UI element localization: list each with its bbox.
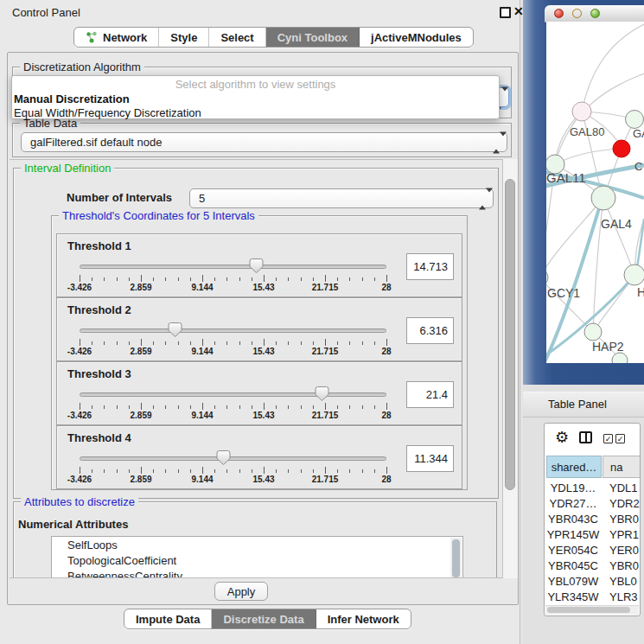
slider-track[interactable]	[80, 328, 386, 333]
dropdown-option[interactable]: Manual Discretization	[12, 92, 499, 106]
attributes-scrollbar[interactable]	[450, 538, 462, 578]
scrollbar-thumb[interactable]	[547, 607, 630, 613]
tab[interactable]: Impute Data	[124, 609, 212, 628]
settings-scrollbar[interactable]	[502, 159, 518, 578]
tab-label: Style	[170, 31, 197, 44]
node-label: GCY1	[547, 286, 580, 300]
node-h[interactable]	[624, 265, 644, 285]
num-intervals-value: 5	[199, 192, 205, 205]
apply-button[interactable]: Apply	[214, 582, 268, 601]
node-gal4[interactable]	[591, 186, 615, 210]
cell-name: YPR1	[602, 528, 640, 541]
threshold-value-field[interactable]: 11.344	[406, 445, 454, 472]
threshold-slider[interactable]	[80, 385, 386, 404]
tab[interactable]: Select	[209, 28, 265, 47]
table-row[interactable]: YBL079W YBL0	[545, 573, 640, 589]
table-row[interactable]: YBR045C YBR0	[545, 558, 640, 573]
node-red[interactable]	[613, 140, 630, 157]
table-data-select[interactable]: galFiltered.sif default node	[21, 132, 507, 152]
numerical-attributes-list[interactable]: SelfLoopsTopologicalCoefficientBetweenne…	[51, 536, 463, 578]
slider-ticks	[80, 467, 386, 475]
float-window-icon[interactable]	[500, 7, 511, 18]
threshold-panel: Threshold 1 -3.4262.8599.14415.4321.7152…	[56, 233, 462, 297]
tab-label: jActiveMNodules	[371, 31, 462, 44]
slider-track[interactable]	[80, 265, 386, 269]
columns-icon[interactable]	[579, 431, 592, 443]
threshold-value-field[interactable]: 6.316	[406, 317, 454, 344]
node-pink[interactable]	[572, 102, 591, 121]
attribute-item[interactable]: TopologicalCoefficient	[52, 552, 462, 568]
threshold-slider[interactable]	[80, 321, 386, 340]
gear-icon[interactable]: ⚙	[555, 428, 569, 447]
slider-thumb-icon[interactable]	[216, 450, 231, 466]
tab[interactable]: Infer Network	[316, 609, 411, 628]
node-label: GAL4	[601, 217, 632, 231]
num-intervals-select[interactable]: 5	[189, 188, 494, 208]
scale-label: 9.144	[191, 475, 213, 484]
dropdown-placeholder: Select algorithm to view settings	[12, 76, 499, 92]
node-green-top[interactable]	[626, 111, 644, 129]
scrollbar-thumb[interactable]	[452, 539, 460, 577]
threshold-label: Threshold 3	[67, 367, 131, 380]
attribute-item[interactable]: BetweennessCentrality	[52, 568, 462, 578]
table-row[interactable]: YDL19… YDL1	[545, 481, 640, 496]
table-row[interactable]: YPR145W YPR1	[545, 527, 640, 543]
dropdown-option[interactable]: Equal Width/Frequency Discretization	[12, 106, 499, 120]
table-row[interactable]: YER054C YER0	[545, 543, 640, 558]
threshold-slider[interactable]	[80, 449, 386, 468]
slider-thumb-icon[interactable]	[315, 386, 329, 402]
network-edge[interactable]	[582, 24, 644, 112]
cell-shared-name: YDR27…	[545, 497, 602, 510]
node-bottom[interactable]	[612, 353, 628, 363]
column-header[interactable]: na	[603, 456, 641, 478]
scrollbar-thumb[interactable]	[505, 179, 515, 490]
network-canvas[interactable]: GAL80GACGAL11GAL4GCY1HHAP2	[546, 22, 644, 363]
threshold-panel: Threshold 2 -3.4262.8599.14415.4321.7152…	[56, 297, 462, 361]
network-edge[interactable]	[555, 149, 622, 164]
tab-label: Network	[103, 31, 147, 44]
slider-thumb-icon[interactable]	[249, 258, 264, 274]
threshold-panel: Threshold 4 -3.4262.8599.14415.4321.7152…	[56, 425, 462, 489]
node-gcy1[interactable]	[546, 269, 548, 286]
network-window-titlebar[interactable]	[545, 5, 644, 22]
attribute-item[interactable]: SelfLoops	[52, 537, 462, 552]
cell-name: YLR3	[602, 590, 640, 603]
scale-label: 21.715	[312, 475, 339, 484]
node-hap2[interactable]	[584, 323, 602, 341]
checkbox-icon[interactable]: ✓	[603, 434, 613, 443]
table-hscrollbar[interactable]	[545, 605, 639, 615]
network-edge[interactable]	[546, 198, 603, 277]
network-icon	[86, 31, 98, 43]
cell-shared-name: YER054C	[545, 544, 602, 557]
settings-viewport: Interval Definition Number of Intervals …	[10, 159, 507, 578]
threshold-value-field[interactable]: 21.4	[406, 381, 454, 408]
cell-name: YDR2	[602, 497, 640, 510]
slider-track[interactable]	[80, 456, 386, 461]
tab[interactable]: Cyni Toolbox	[266, 28, 360, 47]
cell-shared-name: YBR043C	[545, 513, 602, 526]
cyni-toolbox-panel: Discretization Algorithm Table Data galF…	[7, 52, 519, 605]
close-icon[interactable]: ✕	[513, 4, 524, 18]
tab[interactable]: Network	[74, 28, 159, 47]
table-row[interactable]: YLR345W YLR3	[545, 589, 640, 604]
slider-ticks	[80, 403, 386, 411]
threshold-label: Threshold 2	[67, 303, 131, 316]
zoom-traffic-light-icon[interactable]	[590, 9, 600, 18]
threshold-slider[interactable]	[80, 257, 386, 276]
table-row[interactable]: YDR27… YDR2	[545, 496, 640, 512]
table-row[interactable]: YBR043C YBR0	[545, 512, 640, 527]
tab[interactable]: Style	[159, 28, 209, 47]
slider-track[interactable]	[80, 392, 386, 397]
tab[interactable]: jActiveMNodules	[360, 28, 473, 47]
threshold-value-field[interactable]: 14.713	[406, 253, 454, 280]
column-header[interactable]: shared…	[546, 456, 602, 478]
minimize-traffic-light-icon[interactable]	[572, 9, 582, 18]
checkbox-icon[interactable]: ✓	[615, 434, 625, 443]
tab[interactable]: Discretize Data	[212, 609, 316, 628]
network-window[interactable]: GAL80GACGAL11GAL4GCY1HHAP2	[523, 0, 644, 385]
scale-label: 28	[381, 411, 391, 420]
table-body: YDL19… YDL1 YDR27… YDR2 YBR043C YBR0	[545, 481, 640, 606]
control-panel-tabs: Network Style Select Cyni Toolbox	[73, 27, 474, 48]
close-traffic-light-icon[interactable]	[554, 9, 564, 18]
slider-thumb-icon[interactable]	[168, 322, 182, 338]
